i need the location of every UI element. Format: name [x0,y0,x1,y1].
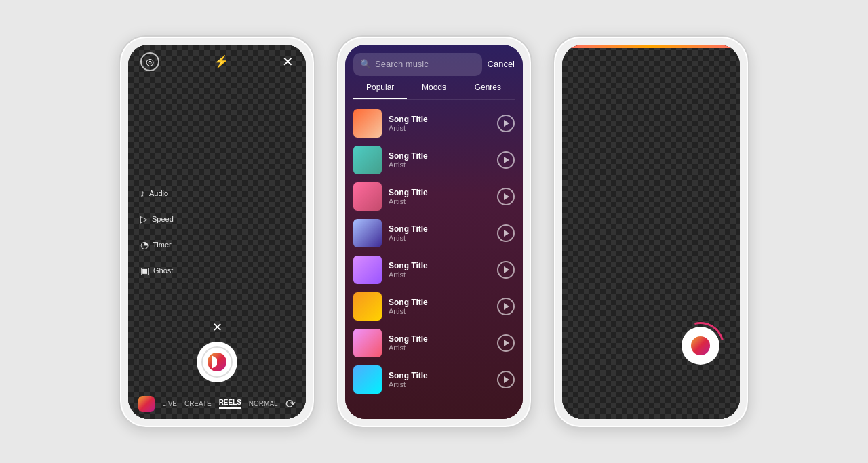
song-title: Song Title [389,115,490,124]
list-item[interactable]: Song Title Artist [345,251,523,288]
settings-icon[interactable]: ◎ [140,52,159,71]
sidebar-timer[interactable]: ◔ Timer [140,239,174,250]
search-icon: 🔍 [360,59,371,69]
cancel-button[interactable]: Cancel [488,59,515,69]
bottom-nav: LIVE CREATE REELS NORMAL ⟳ [128,392,306,419]
reels-icon [208,353,226,371]
close-x-center[interactable]: ✕ [128,320,306,335]
speed-icon: ▷ [140,214,148,224]
song-thumbnail [353,292,382,321]
song-thumbnail [353,329,382,357]
song-info: Song Title Artist [389,298,490,315]
song-thumbnail [353,256,382,284]
timer-icon: ◔ [140,239,149,250]
phone1-sidebar: ♪ Audio ▷ Speed ◔ Timer ▣ Ghost [140,188,174,276]
song-title: Song Title [389,371,490,380]
song-info: Song Title Artist [389,261,490,279]
song-thumbnail [353,109,382,138]
play-button[interactable] [497,298,515,315]
song-list: Song Title Artist Song Title Artist [345,100,523,403]
ghost-label: Ghost [153,266,173,275]
song-artist: Artist [389,161,490,169]
song-artist: Artist [389,307,490,315]
tab-popular[interactable]: Popular [353,83,407,99]
search-input[interactable]: Search music [375,59,429,69]
recording-progress-bar [562,45,740,48]
song-info: Song Title Artist [389,334,490,352]
sidebar-ghost[interactable]: ▣ Ghost [140,265,174,276]
phone1-top-bar: ◎ ⚡ ✕ [128,45,306,79]
song-title: Song Title [389,151,490,161]
play-button[interactable] [497,188,515,205]
speed-label: Speed [152,215,174,223]
phone-1: ◎ ⚡ ✕ ♪ Audio ▷ Speed ◔ [119,35,315,428]
list-item[interactable]: Song Title Artist [345,178,523,215]
song-info: Song Title Artist [389,224,490,242]
list-item[interactable]: Song Title Artist [345,325,523,361]
ghost-icon: ▣ [140,265,149,276]
phone1-bottom: ✕ LIVE CREATE REELS NORMAL ⟳ [128,320,306,419]
song-artist: Artist [389,380,490,388]
phone1-screen: ◎ ⚡ ✕ ♪ Audio ▷ Speed ◔ [128,45,306,419]
nav-create[interactable]: CREATE [184,400,212,407]
song-thumbnail [353,146,382,174]
nav-reels[interactable]: REELS [219,399,241,409]
audio-label: Audio [149,189,168,197]
search-bar-container: 🔍 Search music Cancel [345,45,523,76]
sidebar-audio[interactable]: ♪ Audio [140,188,174,199]
play-button[interactable] [497,115,515,132]
close-button[interactable]: ✕ [282,54,294,70]
play-button[interactable] [497,261,515,279]
phone-2: 🔍 Search music Cancel Popular Moods Genr… [336,35,532,428]
song-info: Song Title Artist [389,115,490,132]
song-title: Song Title [389,334,490,344]
song-artist: Artist [389,234,490,242]
list-item[interactable]: Song Title Artist [345,361,523,398]
play-button[interactable] [497,151,515,169]
instagram-icon-3 [691,336,710,355]
play-button[interactable] [497,371,515,388]
tab-bar: Popular Moods Genres [353,76,515,100]
song-info: Song Title Artist [389,151,490,169]
capture-button[interactable] [197,342,237,382]
timer-label: Timer [153,241,172,249]
instagram-icon[interactable] [138,396,155,412]
audio-icon: ♪ [140,188,145,199]
song-artist: Artist [389,344,490,352]
tab-moods[interactable]: Moods [407,83,460,99]
play-button[interactable] [497,224,515,242]
play-button[interactable] [497,334,515,352]
song-thumbnail [353,365,382,394]
tab-genres[interactable]: Genres [461,83,515,99]
list-item[interactable]: Song Title Artist [345,288,523,325]
capture-button-3[interactable] [682,327,719,365]
flip-camera-icon[interactable]: ⟳ [285,397,296,411]
song-info: Song Title Artist [389,371,490,388]
phone-3 [553,35,749,428]
song-title: Song Title [389,261,490,270]
nav-normal[interactable]: NORMAL [249,400,278,407]
song-title: Song Title [389,224,490,234]
song-title: Song Title [389,298,490,307]
sidebar-speed[interactable]: ▷ Speed [140,214,174,224]
list-item[interactable]: Song Title Artist [345,215,523,251]
song-artist: Artist [389,270,490,279]
flash-icon[interactable]: ⚡ [214,54,229,69]
phone2-screen: 🔍 Search music Cancel Popular Moods Genr… [345,45,523,419]
song-artist: Artist [389,124,490,132]
song-artist: Artist [389,197,490,205]
list-item[interactable]: Song Title Artist [345,142,523,178]
phones-container: ◎ ⚡ ✕ ♪ Audio ▷ Speed ◔ [0,0,868,463]
song-title: Song Title [389,188,490,197]
nav-live[interactable]: LIVE [162,400,177,407]
search-bar[interactable]: 🔍 Search music [353,53,482,76]
song-thumbnail [353,219,382,247]
phone3-screen [562,45,740,419]
capture-button-inner [201,346,233,378]
song-thumbnail [353,182,382,211]
song-info: Song Title Artist [389,188,490,205]
list-item[interactable]: Song Title Artist [345,105,523,142]
